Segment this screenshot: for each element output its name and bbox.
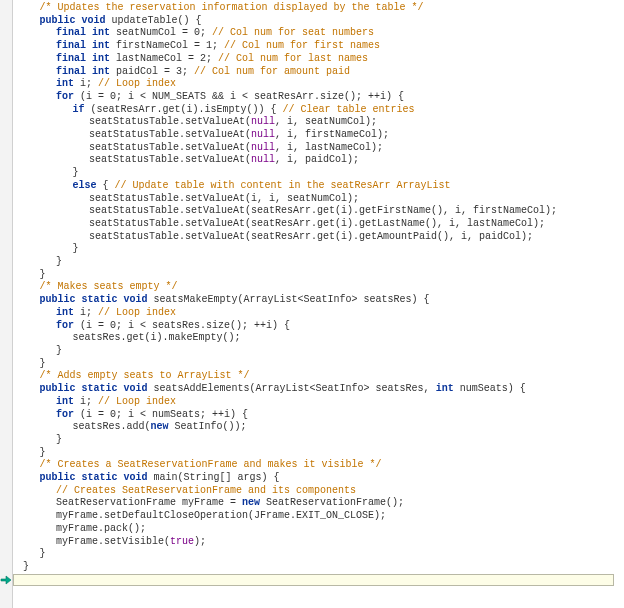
- code-line: myFrame.pack();: [13, 523, 624, 536]
- code-token: for: [56, 409, 74, 420]
- code-line: }: [13, 358, 624, 371]
- code-token: );: [194, 536, 206, 547]
- execution-arrow-icon: [0, 574, 12, 587]
- code-line: // Creates SeatReservationFrame and its …: [13, 485, 624, 498]
- code-token: // Creates SeatReservationFrame and its …: [56, 485, 356, 496]
- code-token: seatStatusTable.setValueAt(seatResArr.ge…: [89, 231, 533, 242]
- code-token: static: [82, 472, 118, 483]
- code-line: final int lastNameCol = 2; // Col num fo…: [13, 53, 624, 66]
- code-token: public: [40, 15, 76, 26]
- code-line: seatsRes.add(new SeatInfo());: [13, 421, 624, 434]
- code-token: main(String[] args) {: [148, 472, 280, 483]
- code-line: /* Adds empty seats to ArrayList */: [13, 370, 624, 383]
- code-token: i;: [74, 396, 98, 407]
- code-token: (seatResArr.get(i).isEmpty()) {: [85, 104, 283, 115]
- code-token: null: [251, 129, 275, 140]
- code-token: int: [92, 40, 110, 51]
- code-token: // Loop index: [98, 78, 176, 89]
- code-line: SeatReservationFrame myFrame = new SeatR…: [13, 497, 624, 510]
- code-line: else { // Update table with content in t…: [13, 180, 624, 193]
- code-token: null: [251, 116, 275, 127]
- code-token: (i = 0; i < seatsRes.size(); ++i) {: [74, 320, 290, 331]
- code-line: public void updateTable() {: [13, 15, 624, 28]
- code-line: for (i = 0; i < NUM_SEATS && i < seatRes…: [13, 91, 624, 104]
- code-line: public static void seatsMakeEmpty(ArrayL…: [13, 294, 624, 307]
- code-token: null: [251, 154, 275, 165]
- code-token: seatStatusTable.setValueAt(: [89, 154, 251, 165]
- code-token: for: [56, 320, 74, 331]
- code-token: SeatInfo());: [169, 421, 247, 432]
- code-token: int: [92, 27, 110, 38]
- code-token: int: [56, 78, 74, 89]
- code-token: // Update table with content in the seat…: [115, 180, 451, 191]
- code-token: // Col num for seat numbers: [212, 27, 374, 38]
- code-line: }: [13, 269, 624, 282]
- code-token: public: [40, 383, 76, 394]
- code-line: }: [13, 243, 624, 256]
- code-line: seatStatusTable.setValueAt(seatResArr.ge…: [13, 218, 624, 231]
- code-line: int i; // Loop index: [13, 396, 624, 409]
- code-line: int i; // Loop index: [13, 307, 624, 320]
- code-line: for (i = 0; i < seatsRes.size(); ++i) {: [13, 320, 624, 333]
- code-line: myFrame.setVisible(true);: [13, 536, 624, 549]
- code-token: seatStatusTable.setValueAt(seatResArr.ge…: [89, 218, 545, 229]
- code-token: int: [436, 383, 454, 394]
- code-token: void: [124, 294, 148, 305]
- code-line: /* Makes seats empty */: [13, 281, 624, 294]
- code-token: seatStatusTable.setValueAt(: [89, 142, 251, 153]
- code-line: }: [13, 345, 624, 358]
- code-line: }: [13, 434, 624, 447]
- code-token: seatsAddElements(ArrayList<SeatInfo> sea…: [148, 383, 436, 394]
- code-token: // Clear table entries: [283, 104, 415, 115]
- code-line: final int seatNumCol = 0; // Col num for…: [13, 27, 624, 40]
- code-token: }: [40, 447, 46, 458]
- code-token: {: [97, 180, 115, 191]
- code-token: , i, paidCol);: [275, 154, 359, 165]
- execution-highlight: [13, 574, 614, 587]
- code-token: seatStatusTable.setValueAt(: [89, 129, 251, 140]
- code-token: myFrame.setDefaultCloseOperation(JFrame.…: [56, 510, 386, 521]
- code-token: myFrame.pack();: [56, 523, 146, 534]
- code-token: SeatReservationFrame();: [260, 497, 404, 508]
- code-token: }: [40, 358, 46, 369]
- code-token: seatStatusTable.setValueAt(seatResArr.ge…: [89, 205, 557, 216]
- code-line: seatStatusTable.setValueAt(null, i, seat…: [13, 116, 624, 129]
- code-token: public: [40, 294, 76, 305]
- code-token: final: [56, 27, 86, 38]
- code-token: /* Makes seats empty */: [40, 281, 178, 292]
- code-token: // Loop index: [98, 307, 176, 318]
- code-token: int: [56, 396, 74, 407]
- code-token: , i, firstNameCol);: [275, 129, 389, 140]
- code-line: /* Creates a SeatReservationFrame and ma…: [13, 459, 624, 472]
- code-token: }: [40, 548, 46, 559]
- code-token: }: [40, 269, 46, 280]
- code-token: }: [73, 243, 79, 254]
- code-token: myFrame.setVisible(: [56, 536, 170, 547]
- code-token: }: [23, 561, 29, 572]
- code-token: (i = 0; i < numSeats; ++i) {: [74, 409, 248, 420]
- code-line: public static void main(String[] args) {: [13, 472, 624, 485]
- code-token: }: [73, 167, 79, 178]
- code-token: static: [82, 294, 118, 305]
- code-token: , i, seatNumCol);: [275, 116, 377, 127]
- code-token: int: [92, 66, 110, 77]
- code-line: }: [13, 548, 624, 561]
- code-token: // Col num for last names: [218, 53, 368, 64]
- code-token: void: [124, 383, 148, 394]
- code-token: }: [56, 256, 62, 267]
- code-token: if: [73, 104, 85, 115]
- code-token: updateTable() {: [106, 15, 202, 26]
- code-line: seatStatusTable.setValueAt(seatResArr.ge…: [13, 231, 624, 244]
- code-token: numSeats) {: [454, 383, 526, 394]
- code-token: void: [82, 15, 106, 26]
- code-token: i;: [74, 307, 98, 318]
- code-token: final: [56, 66, 86, 77]
- code-token: , i, lastNameCol);: [275, 142, 383, 153]
- code-token: seatStatusTable.setValueAt(: [89, 116, 251, 127]
- code-token: /* Updates the reservation information d…: [40, 2, 424, 13]
- code-line: for (i = 0; i < numSeats; ++i) {: [13, 409, 624, 422]
- code-line: final int paidCol = 3; // Col num for am…: [13, 66, 624, 79]
- code-token: else: [73, 180, 97, 191]
- code-token: for: [56, 91, 74, 102]
- code-token: public: [40, 472, 76, 483]
